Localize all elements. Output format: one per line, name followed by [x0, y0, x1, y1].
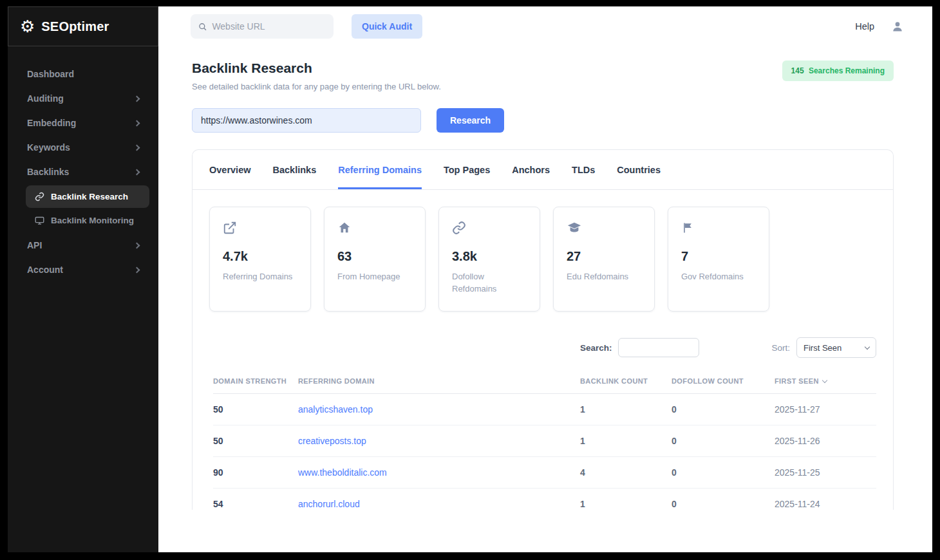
external-link-icon [223, 221, 237, 235]
tab-overview[interactable]: Overview [209, 150, 251, 189]
domain-strength-cell: 54 [213, 489, 298, 510]
stat-value: 63 [337, 249, 412, 264]
link-icon [452, 221, 466, 235]
col-header-domain-strength[interactable]: DOMAIN STRENGTH [213, 368, 298, 394]
first-seen-cell: 2025-11-25 [775, 457, 876, 489]
stat-value: 3.8k [452, 249, 527, 264]
sidebar-item-api[interactable]: API [17, 233, 149, 257]
dofollow-count-cell: 0 [672, 457, 775, 489]
chevron-right-icon [134, 169, 140, 175]
tab-anchors[interactable]: Anchors [512, 150, 550, 189]
table-row: 50 creativeposts.top 1 0 2025-11-26 [213, 425, 876, 457]
domain-link[interactable]: anchorurl.cloud [298, 499, 360, 509]
chevron-right-icon [134, 266, 140, 273]
app-window: ⚙ SEOptimer Dashboard Auditing Embedding… [8, 6, 932, 552]
referring-domain-cell: www.thebolditalic.com [298, 457, 580, 489]
sort-select[interactable]: First Seen [796, 337, 876, 358]
sidebar-item-keywords[interactable]: Keywords [17, 135, 149, 160]
sidebar-item-backlink-research[interactable]: Backlink Research [26, 185, 149, 208]
searches-remaining-badge: 145 Searches Remaining [782, 61, 894, 81]
tab-bar: Overview Backlinks Referring Domains Top… [193, 150, 893, 190]
topbar: Quick Audit Help [158, 6, 932, 46]
logo[interactable]: ⚙ SEOptimer [8, 6, 158, 46]
stats-row: 4.7k Referring Domains 63 From Homepage … [193, 190, 893, 328]
main-area: Quick Audit Help Backlink Research See d… [158, 6, 932, 552]
graduation-cap-icon [567, 221, 582, 235]
sidebar-item-backlink-monitoring[interactable]: Backlink Monitoring [26, 209, 149, 232]
referring-domain-cell: creativeposts.top [298, 425, 580, 457]
stat-label: Referring Domains [223, 270, 297, 283]
chevron-down-icon [865, 344, 870, 349]
stat-value: 4.7k [223, 249, 297, 264]
backlink-count-cell: 4 [580, 457, 672, 489]
link-icon [35, 192, 44, 201]
stat-label: Dofollow Refdomains [452, 270, 527, 295]
home-icon [337, 221, 352, 235]
sidebar-item-dashboard[interactable]: Dashboard [17, 62, 149, 86]
table-search-input[interactable] [618, 338, 699, 357]
research-button[interactable]: Research [437, 108, 504, 133]
research-url-input[interactable] [192, 108, 421, 133]
first-seen-cell: 2025-11-24 [775, 489, 876, 510]
backlink-count-cell: 1 [580, 489, 672, 510]
stat-card-dofollow-refdomains: 3.8k Dofollow Refdomains [438, 207, 540, 312]
stat-card-referring-domains: 4.7k Referring Domains [209, 207, 311, 312]
first-seen-cell: 2025-11-27 [775, 394, 876, 425]
sidebar-item-backlinks[interactable]: Backlinks [17, 160, 149, 184]
flag-icon [681, 221, 694, 235]
domain-link[interactable]: analyticshaven.top [298, 404, 373, 415]
nav-label: Backlink Research [51, 192, 128, 201]
table-row: 90 www.thebolditalic.com 4 0 2025-11-25 [213, 457, 876, 489]
stat-card-edu-refdomains: 27 Edu Refdomains [553, 207, 655, 312]
first-seen-cell: 2025-11-26 [775, 425, 876, 457]
research-row: Research [192, 108, 894, 133]
stat-label: Edu Refdomains [567, 270, 641, 283]
domain-strength-cell: 50 [213, 425, 298, 457]
searches-remaining-count: 145 [791, 66, 804, 75]
sort-direction-icon [822, 378, 827, 383]
backlinks-panel: Overview Backlinks Referring Domains Top… [192, 149, 894, 510]
website-url-input[interactable] [212, 21, 326, 32]
domain-strength-cell: 90 [213, 457, 298, 489]
table-row: 54 anchorurl.cloud 1 0 2025-11-24 [213, 489, 876, 510]
chevron-right-icon [134, 144, 140, 151]
table-search-label: Search: [580, 343, 612, 353]
dofollow-count-cell: 0 [672, 425, 775, 457]
nav-label: Dashboard [27, 69, 74, 79]
stat-label: Gov Refdomains [681, 270, 756, 283]
domain-link[interactable]: creativeposts.top [298, 436, 366, 446]
stat-label: From Homepage [337, 270, 412, 283]
tab-tlds[interactable]: TLDs [572, 150, 595, 189]
page-header: Backlink Research See detailed backlink … [192, 61, 894, 91]
referring-domains-table: DOMAIN STRENGTH REFERRING DOMAIN BACKLIN… [213, 368, 876, 510]
sidebar-item-account[interactable]: Account [17, 257, 149, 282]
tab-backlinks[interactable]: Backlinks [273, 150, 317, 189]
domain-link[interactable]: www.thebolditalic.com [298, 467, 387, 478]
quick-audit-button[interactable]: Quick Audit [352, 14, 422, 39]
help-link[interactable]: Help [855, 21, 874, 32]
col-header-referring-domain[interactable]: REFERRING DOMAIN [298, 368, 580, 394]
table-header-row: DOMAIN STRENGTH REFERRING DOMAIN BACKLIN… [213, 368, 876, 394]
searches-remaining-label: Searches Remaining [809, 66, 885, 75]
col-header-first-seen[interactable]: FIRST SEEN [775, 368, 876, 394]
sidebar-item-auditing[interactable]: Auditing [17, 86, 149, 111]
user-avatar-icon[interactable] [891, 20, 904, 33]
stat-value: 27 [567, 249, 641, 264]
page-title: Backlink Research [192, 61, 441, 76]
stat-card-gov-refdomains: 7 Gov Refdomains [668, 207, 769, 312]
tab-countries[interactable]: Countries [617, 150, 661, 189]
sidebar: ⚙ SEOptimer Dashboard Auditing Embedding… [8, 6, 158, 552]
website-url-search[interactable] [191, 14, 334, 39]
col-header-dofollow-count[interactable]: DOFOLLOW COUNT [672, 368, 775, 394]
col-header-backlink-count[interactable]: BACKLINK COUNT [580, 368, 672, 394]
nav-label: Auditing [27, 93, 64, 104]
stat-card-from-homepage: 63 From Homepage [324, 207, 426, 312]
logo-text: SEOptimer [41, 19, 109, 34]
chevron-right-icon [134, 242, 140, 248]
tab-top-pages[interactable]: Top Pages [444, 150, 490, 189]
search-icon [198, 22, 207, 32]
tab-referring-domains[interactable]: Referring Domains [338, 150, 422, 189]
sidebar-item-embedding[interactable]: Embedding [17, 111, 149, 135]
nav-label: Account [27, 265, 63, 275]
page-content: Backlink Research See detailed backlink … [158, 46, 932, 510]
